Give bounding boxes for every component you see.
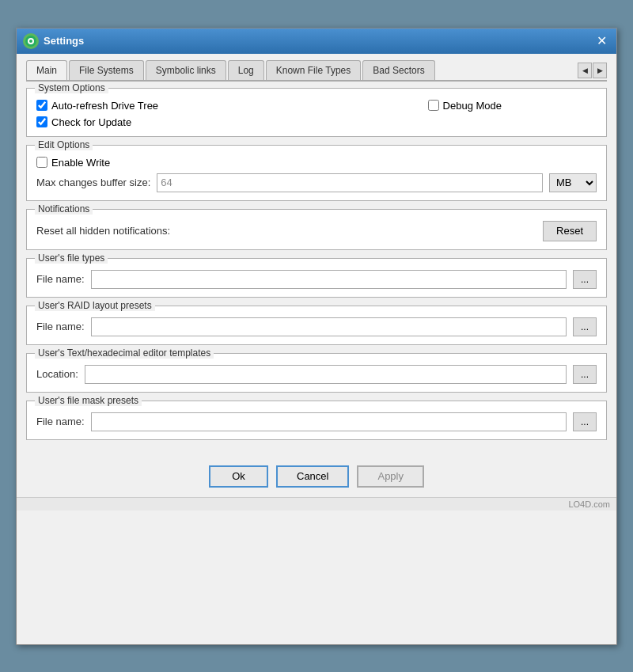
system-options-body: Auto-refresh Drive Tree Debug Mode Check… <box>27 89 606 136</box>
file-mask-title: User's file mask presets <box>35 395 142 406</box>
check-update-row: Check for Update <box>36 116 597 128</box>
check-update-label[interactable]: Check for Update <box>36 116 131 128</box>
notifications-body: Reset all hidden notifications: Reset <box>27 210 606 249</box>
settings-dialog: Settings ✕ Main File Systems Symbolic li… <box>16 28 617 645</box>
dialog-content: Main File Systems Symbolic links Log Kno… <box>17 54 616 457</box>
tabs-container: Main File Systems Symbolic links Log Kno… <box>26 60 607 82</box>
file-types-name-label: File name: <box>36 273 85 285</box>
ok-button[interactable]: Ok <box>209 465 268 488</box>
buffer-unit-select[interactable]: MB <box>549 173 597 192</box>
notifications-title: Notifications <box>35 203 93 215</box>
reset-notifications-label: Reset all hidden notifications: <box>36 225 170 237</box>
watermark-text: LO4D.com <box>568 499 610 509</box>
raid-layout-section: User's RAID layout presets File name: ..… <box>26 306 607 345</box>
tab-known-file-types[interactable]: Known File Types <box>266 60 362 80</box>
cancel-button[interactable]: Cancel <box>276 465 349 488</box>
enable-write-row: Enable Write <box>36 157 597 169</box>
raid-name-label: File name: <box>36 321 85 332</box>
app-icon <box>23 33 39 49</box>
tab-navigation: ◀ ▶ <box>578 63 607 78</box>
reset-button[interactable]: Reset <box>543 221 597 241</box>
user-file-types-section: User's file types File name: ... <box>26 258 607 298</box>
title-bar: Settings ✕ <box>17 28 616 54</box>
auto-refresh-label[interactable]: Auto-refresh Drive Tree <box>36 100 158 112</box>
debug-mode-label[interactable]: Debug Mode <box>428 100 502 112</box>
system-options-section: System Options Auto-refresh Drive Tree D… <box>26 88 607 137</box>
enable-write-checkbox[interactable] <box>36 157 47 168</box>
dialog-title: Settings <box>44 35 593 47</box>
tab-main[interactable]: Main <box>26 60 67 80</box>
check-update-checkbox[interactable] <box>36 116 47 127</box>
tab-prev-button[interactable]: ◀ <box>578 63 592 78</box>
edit-options-body: Enable Write Max changes buffer size: MB <box>27 146 606 200</box>
edit-options-section: Edit Options Enable Write Max changes bu… <box>26 145 607 201</box>
dialog-footer: Ok Cancel Apply <box>17 457 616 497</box>
file-mask-browse-button[interactable]: ... <box>573 412 597 431</box>
auto-refresh-checkbox[interactable] <box>36 100 47 111</box>
tabs-list: Main File Systems Symbolic links Log Kno… <box>26 60 578 80</box>
close-button[interactable]: ✕ <box>593 35 610 47</box>
raid-name-row: File name: ... <box>36 317 597 336</box>
raid-browse-button[interactable]: ... <box>573 317 597 336</box>
user-file-types-body: File name: ... <box>27 259 606 297</box>
text-editor-location-label: Location: <box>36 368 78 380</box>
enable-write-label[interactable]: Enable Write <box>36 157 110 169</box>
tab-next-button[interactable]: ▶ <box>593 63 607 78</box>
max-buffer-row: Max changes buffer size: MB <box>36 173 597 192</box>
user-file-types-title: User's file types <box>35 252 108 264</box>
apply-button[interactable]: Apply <box>357 465 424 488</box>
file-types-browse-button[interactable]: ... <box>573 270 597 289</box>
debug-mode-checkbox[interactable] <box>428 100 439 111</box>
file-types-name-input[interactable] <box>91 270 567 289</box>
tab-bad-sectors[interactable]: Bad Sectors <box>362 60 434 80</box>
file-types-name-row: File name: ... <box>36 270 597 289</box>
text-editor-location-input[interactable] <box>85 365 567 384</box>
notifications-section: Notifications Reset all hidden notificat… <box>26 209 607 250</box>
svg-point-2 <box>29 40 32 43</box>
raid-layout-title: User's RAID layout presets <box>35 300 155 311</box>
file-mask-body: File name: ... <box>27 401 606 439</box>
file-mask-name-label: File name: <box>36 416 85 427</box>
file-mask-section: User's file mask presets File name: ... <box>26 401 607 440</box>
text-editor-location-row: Location: ... <box>36 365 597 384</box>
reset-notifications-row: Reset all hidden notifications: Reset <box>36 221 597 241</box>
file-mask-name-input[interactable] <box>91 412 567 431</box>
auto-refresh-row: Auto-refresh Drive Tree Debug Mode <box>36 100 597 112</box>
text-editor-title: User's Text/hexadecimal editor templates <box>35 347 214 359</box>
watermark: LO4D.com <box>17 497 616 511</box>
file-mask-name-row: File name: ... <box>36 412 597 431</box>
raid-name-input[interactable] <box>91 317 567 336</box>
text-editor-section: User's Text/hexadecimal editor templates… <box>26 353 607 393</box>
edit-options-title: Edit Options <box>35 139 93 150</box>
tab-log[interactable]: Log <box>228 60 264 80</box>
text-editor-browse-button[interactable]: ... <box>573 365 597 384</box>
tab-symbolic-links[interactable]: Symbolic links <box>146 60 226 80</box>
tab-file-systems[interactable]: File Systems <box>69 60 144 80</box>
raid-layout-body: File name: ... <box>27 306 606 344</box>
max-buffer-input[interactable] <box>157 173 543 192</box>
system-options-title: System Options <box>35 82 108 93</box>
max-buffer-label: Max changes buffer size: <box>36 177 150 188</box>
text-editor-body: Location: ... <box>27 354 606 392</box>
